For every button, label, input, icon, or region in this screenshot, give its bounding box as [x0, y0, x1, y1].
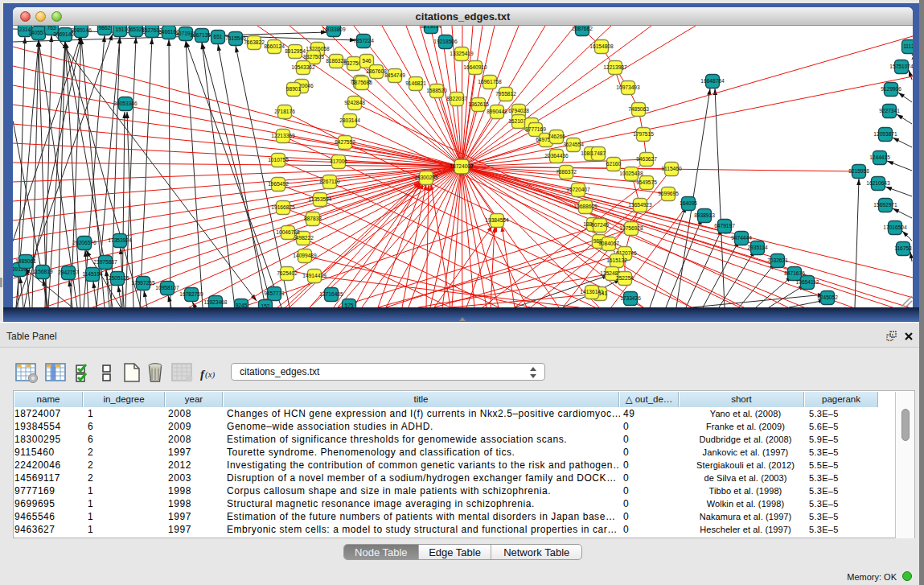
svg-text:14136141: 14136141	[580, 289, 604, 295]
svg-text:7625402: 7625402	[277, 270, 298, 276]
svg-text:116753: 116753	[894, 245, 912, 251]
svg-text:9227341: 9227341	[879, 108, 900, 113]
svg-text:16640910: 16640910	[463, 64, 487, 70]
svg-text:9129906: 9129906	[881, 86, 901, 92]
svg-text:8267110: 8267110	[319, 179, 340, 184]
svg-text:8938913: 8938913	[694, 212, 715, 218]
svg-text:16154808: 16154808	[589, 43, 614, 49]
svg-text:9242848: 9242848	[344, 100, 365, 105]
svg-text:98901: 98901	[286, 86, 302, 92]
svg-text:19384554: 19384554	[485, 217, 509, 223]
svg-text:8660124: 8660124	[264, 43, 285, 49]
svg-text:887833: 887833	[304, 216, 322, 221]
svg-text:11923468: 11923468	[204, 299, 228, 305]
svg-text:13325419: 13325419	[450, 51, 474, 56]
svg-text:7886372: 7886372	[556, 169, 577, 175]
svg-text:1615132: 1615132	[606, 257, 627, 263]
svg-text:10671355: 10671355	[190, 32, 214, 38]
svg-text:1145194: 1145194	[82, 271, 103, 277]
svg-text:(x): (x)	[205, 369, 216, 380]
svg-text:7955812: 7955812	[495, 91, 516, 97]
svg-text:2087682: 2087682	[572, 26, 593, 31]
svg-text:9245: 9245	[236, 303, 248, 307]
svg-text:12213369: 12213369	[271, 133, 295, 138]
svg-text:11353594: 11353594	[309, 196, 332, 202]
svg-text:9457771: 9457771	[264, 290, 285, 296]
svg-text:6479197: 6479197	[714, 223, 735, 229]
svg-text:8471676: 8471676	[784, 270, 805, 276]
svg-text:17016504: 17016504	[883, 225, 907, 230]
svg-text:16961758: 16961758	[478, 79, 502, 84]
svg-text:15692971: 15692971	[873, 202, 897, 208]
svg-text:18724007: 18724007	[450, 163, 474, 169]
svg-text:1156819: 1156819	[32, 269, 53, 274]
svg-text:10973493: 10973493	[616, 84, 640, 90]
svg-text:164095: 164095	[680, 200, 697, 206]
svg-text:1797515: 1797515	[633, 131, 654, 137]
svg-text:1244415: 1244415	[869, 154, 890, 160]
svg-text:7663822: 7663822	[244, 39, 265, 45]
svg-text:5498222: 5498222	[293, 235, 314, 241]
svg-text:1362615: 1362615	[468, 101, 489, 107]
svg-text:3875685: 3875685	[351, 80, 372, 85]
svg-text:9777169: 9777169	[525, 126, 546, 132]
svg-text:20053346: 20053346	[113, 101, 138, 106]
svg-text:2942757: 2942757	[58, 270, 79, 275]
svg-text:16210643: 16210643	[866, 180, 890, 186]
svg-text:152: 152	[261, 303, 269, 307]
svg-text:651: 651	[213, 34, 222, 39]
svg-text:1549575: 1549575	[636, 179, 657, 185]
svg-text:18300295: 18300295	[414, 175, 438, 180]
svg-text:151: 151	[115, 27, 124, 32]
svg-text:19218506: 19218506	[433, 39, 458, 44]
svg-text:17957255: 17957255	[131, 280, 155, 286]
svg-text:1733426: 1733426	[620, 295, 641, 301]
svg-text:252254: 252254	[616, 275, 634, 281]
svg-text:8322037: 8322037	[446, 96, 467, 101]
svg-text:10958107: 10958107	[155, 285, 179, 290]
svg-text:2803144: 2803144	[339, 117, 360, 123]
svg-text:746266: 746266	[548, 134, 565, 139]
svg-text:8813054: 8813054	[421, 26, 441, 29]
svg-text:20206576: 20206576	[72, 240, 97, 245]
svg-text:10688609: 10688609	[573, 204, 598, 209]
svg-text:417006: 417006	[330, 159, 347, 164]
svg-text:17353924: 17353924	[108, 237, 132, 243]
svg-text:15720407: 15720407	[566, 187, 590, 192]
svg-text:19166825: 19166825	[271, 204, 295, 210]
svg-text:2089146: 2089146	[71, 27, 92, 33]
svg-text:1588520: 1588520	[426, 88, 447, 93]
svg-text:20364436: 20364436	[544, 153, 569, 159]
svg-text:9463627: 9463627	[636, 156, 657, 162]
svg-text:23975887: 23975887	[93, 259, 117, 265]
svg-text:6794028: 6794028	[508, 108, 529, 113]
svg-text:13654923: 13654923	[628, 202, 652, 208]
svg-text:9327503: 9327503	[303, 54, 324, 60]
svg-text:2935114: 2935114	[747, 245, 768, 250]
svg-text:17487: 17487	[591, 150, 606, 156]
svg-text:62160: 62160	[606, 161, 622, 167]
svg-text:2718176: 2718176	[274, 109, 295, 114]
svg-text:10654112: 10654112	[796, 279, 819, 285]
svg-text:575: 575	[344, 303, 353, 307]
svg-text:9245052: 9245052	[817, 295, 838, 300]
svg-text:8912954: 8912954	[285, 48, 306, 54]
svg-text:19756928: 19756928	[619, 225, 643, 231]
svg-text:14099489: 14099489	[293, 253, 317, 258]
svg-text:12505135: 12505135	[105, 275, 129, 281]
svg-text:16648784: 16648784	[700, 78, 725, 84]
svg-text:7857224: 7857224	[353, 38, 374, 43]
svg-text:8427552: 8427552	[335, 139, 355, 145]
svg-text:14914479: 14914479	[302, 273, 326, 278]
svg-text:546: 546	[362, 58, 371, 64]
svg-text:8454749: 8454749	[384, 72, 405, 78]
svg-text:7515546: 7515546	[225, 35, 246, 41]
svg-text:1965492: 1965492	[268, 181, 289, 187]
svg-text:12213987: 12213987	[603, 64, 627, 70]
svg-text:9862: 9862	[99, 26, 111, 31]
svg-text:9146821: 9146821	[405, 80, 426, 86]
svg-text:3624554: 3624554	[563, 142, 584, 147]
svg-text:10046788: 10046788	[276, 229, 300, 235]
svg-text:7032621: 7032621	[767, 257, 788, 263]
svg-text:763: 763	[47, 26, 55, 31]
